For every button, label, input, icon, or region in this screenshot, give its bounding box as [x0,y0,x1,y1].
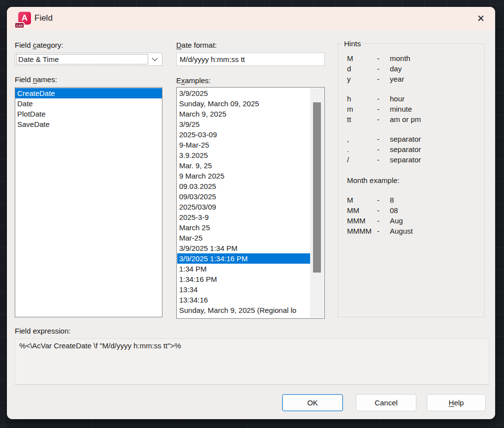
hints-content: M-monthd-dayy-yearh-hourm-minutett-am or… [347,53,481,236]
example-item[interactable]: 3/9/25 [177,119,310,129]
date-format-label: Date format: [176,41,217,49]
field-category-value: Date & Time [16,54,148,64]
ok-button[interactable]: OK [282,394,343,411]
hint-row: .-separator [347,144,481,154]
example-item[interactable]: 13:34 [177,284,310,295]
example-item[interactable]: 9 March 2025 [177,171,310,181]
hint-row: y-year [347,74,481,84]
example-item[interactable]: 3/9/2025 [177,88,310,98]
hint-row: /-separator [347,154,481,165]
field-name-item[interactable]: Date [15,98,162,109]
hint-row: tt-am or pm [347,114,481,124]
hint-row: m-minute [347,104,481,114]
autocad-canvas: A CAD Field ✕ Field category: Date & Tim… [0,0,504,428]
hint-row: M-month [347,53,481,63]
field-dialog: A CAD Field ✕ Field category: Date & Tim… [7,7,495,419]
field-name-item[interactable]: PlotDate [15,109,162,119]
field-name-item[interactable]: SaveDate [15,119,162,129]
help-button[interactable]: Help [427,394,486,411]
chevron-down-icon[interactable] [147,53,162,65]
date-format-input[interactable] [176,53,325,66]
example-item[interactable]: 1:34 PM [177,264,310,274]
month-example-row: MMMM-August [347,226,481,236]
examples-rows: 3/9/2025Sunday, March 09, 2025March 9, 2… [177,88,310,318]
example-item[interactable]: Mar. 9, 25 [177,160,310,171]
month-example-row: M-8 [347,195,481,205]
example-item[interactable]: 3/9/2025 1:34 PM [177,243,310,253]
dialog-title: Field [34,7,53,30]
hint-group: M-monthd-dayy-year [347,53,481,84]
month-example-row: MMM-Aug [347,215,481,226]
autocad-cad-badge-icon: CAD [14,22,25,29]
example-item[interactable]: 2025-03-09 [177,129,310,140]
field-expression-label: Field expression: [15,327,70,335]
month-example-title: Month example: [347,175,481,185]
example-item[interactable]: 3/9/2025 1:34:16 PM [177,253,310,264]
field-category-label: Field category: [15,41,63,49]
scrollbar-thumb[interactable] [313,102,321,273]
example-item[interactable]: March 9, 2025 [177,109,310,119]
example-item[interactable]: 3.9.2025 [177,150,310,160]
month-example-rows: M-8MM-08MMM-AugMMMM-August [347,195,481,236]
example-item[interactable]: Sunday, March 09, 2025 [177,98,310,109]
dialog-titlebar[interactable]: A CAD Field ✕ [7,7,495,30]
examples-list[interactable]: 3/9/2025Sunday, March 09, 2025March 9, 2… [176,87,325,319]
hint-group: h-hourm-minutett-am or pm [347,93,481,124]
hint-group: ,-separator.-separator/-separator [347,134,481,165]
example-item[interactable]: Sunday, March 9, 2025 1:34:16 PM [177,315,310,318]
examples-label: Examples: [176,76,211,85]
example-item[interactable]: 09.03.2025 [177,181,310,191]
close-icon[interactable]: ✕ [474,12,487,25]
example-item[interactable]: 9-Mar-25 [177,140,310,150]
example-item[interactable]: March 25 [177,222,310,233]
month-example-row: MM-08 [347,205,481,215]
hints-title: Hints [342,39,363,48]
example-item[interactable]: Mar-25 [177,233,310,243]
cancel-button[interactable]: Cancel [356,394,416,411]
autocad-icon: A CAD [14,12,31,29]
example-item[interactable]: 2025-3-9 [177,212,310,222]
hint-groups: M-monthd-dayy-yearh-hourm-minutett-am or… [347,53,481,165]
hint-row: d-day [347,63,481,74]
hint-row: h-hour [347,93,481,104]
field-expression-value: %<\AcVar CreateDate \f "M/d/yyyy h:mm:ss… [15,338,489,385]
hint-row: ,-separator [347,134,481,144]
example-item[interactable]: 09/03/2025 [177,191,310,202]
field-category-dropdown[interactable]: Date & Time [15,53,162,66]
example-item[interactable]: Sunday, March 9, 2025 (Regional lo [177,305,310,315]
field-names-list[interactable]: CreateDateDatePlotDateSaveDate [15,87,162,317]
hints-groupbox: Hints M-monthd-dayy-yearh-hourm-minutett… [338,43,485,317]
examples-scrollbar[interactable] [310,88,324,318]
example-item[interactable]: 1:34:16 PM [177,274,310,284]
example-item[interactable]: 13:34:16 [177,295,310,305]
field-name-item[interactable]: CreateDate [15,88,162,98]
example-item[interactable]: 2025/03/09 [177,202,310,212]
field-names-label: Field names: [15,75,57,84]
